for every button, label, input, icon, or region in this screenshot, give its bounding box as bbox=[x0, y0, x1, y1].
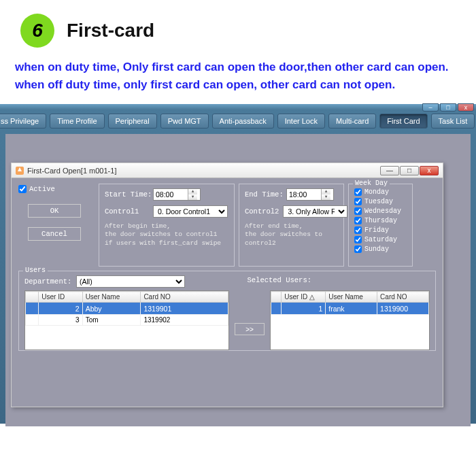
outer-titlebar: – □ x bbox=[0, 104, 476, 109]
weekday-thursday[interactable]: Thursday bbox=[354, 217, 407, 224]
department-label: Department: bbox=[24, 277, 72, 286]
tab-multi-card[interactable]: Multi-card bbox=[328, 114, 376, 129]
start-time-input[interactable]: ▲▼ bbox=[153, 188, 201, 201]
tab-time-profile[interactable]: Time Profile bbox=[50, 114, 104, 129]
page-title: First-card bbox=[67, 20, 154, 41]
control1-select[interactable]: 0. Door Control1 bbox=[153, 205, 228, 218]
tab-task-list[interactable]: Task List bbox=[431, 114, 475, 129]
col-header[interactable]: User ID bbox=[39, 292, 82, 303]
tab-ss-privilege[interactable]: ss Privilege bbox=[0, 114, 46, 129]
desc-line-1: when on duty time, Only first card can o… bbox=[15, 58, 462, 76]
max-button[interactable]: □ bbox=[440, 103, 456, 112]
app-window: – □ x ss PrivilegeTime ProfilePeripheral… bbox=[0, 104, 476, 424]
group1-note: After begin time,the door switches to co… bbox=[105, 222, 228, 248]
group2-note: After end time,the door switches to cont… bbox=[245, 222, 338, 248]
start-group: Start Time: ▲▼ Control1 0. Door Control1… bbox=[99, 184, 235, 267]
table-row[interactable]: 2Abby1319901 bbox=[26, 303, 228, 315]
move-right-button[interactable]: >> bbox=[235, 323, 265, 335]
weekday-tuesday[interactable]: Tuesday bbox=[354, 198, 407, 205]
control1-label: Control1 bbox=[105, 207, 149, 216]
selected-users-label: Selected Users: bbox=[247, 276, 311, 284]
dialog-max-button[interactable]: □ bbox=[400, 166, 419, 175]
cancel-button[interactable]: Cancel bbox=[28, 227, 81, 241]
dialog-min-button[interactable]: — bbox=[380, 166, 399, 175]
first-card-dialog: First-Card Open[1 m001-1] — □ x Active O… bbox=[11, 163, 443, 407]
col-header[interactable]: User Name bbox=[326, 292, 377, 303]
weekday-monday[interactable]: Monday bbox=[354, 188, 407, 196]
control2-label: Control2 bbox=[245, 207, 279, 216]
close-button[interactable]: x bbox=[458, 103, 474, 112]
table-row[interactable]: 1frank1319900 bbox=[271, 303, 429, 315]
tab-anti-passback[interactable]: Anti-passback bbox=[212, 114, 274, 129]
tab-first-card[interactable]: First Card bbox=[379, 114, 427, 129]
start-time-label: Start Time: bbox=[105, 190, 149, 199]
col-header[interactable]: Card NO bbox=[141, 292, 228, 303]
table-row[interactable]: 3Tom1319902 bbox=[26, 315, 228, 326]
col-header[interactable] bbox=[26, 292, 39, 303]
spin-down-icon[interactable]: ▼ bbox=[321, 194, 330, 200]
dialog-titlebar[interactable]: First-Card Open[1 m001-1] — □ x bbox=[12, 163, 443, 178]
weekday-wednesday[interactable]: Wednesday bbox=[354, 207, 407, 215]
spin-down-icon[interactable]: ▼ bbox=[188, 194, 197, 200]
weekday-sunday[interactable]: Sunday bbox=[354, 245, 407, 253]
weekday-saturday[interactable]: Saturday bbox=[354, 236, 407, 243]
dialog-icon bbox=[16, 167, 24, 175]
weekday-legend: Week Day bbox=[353, 180, 390, 187]
tab-pwd-mgt[interactable]: Pwd MGT bbox=[160, 114, 209, 129]
active-checkbox[interactable]: Active bbox=[18, 185, 95, 193]
end-group: End Time: ▲▼ Control2 3. Only Allow Fi: … bbox=[239, 184, 344, 267]
end-time-input[interactable]: ▲▼ bbox=[286, 188, 334, 201]
col-header[interactable]: Card NO bbox=[377, 292, 429, 303]
users-legend: Users bbox=[23, 267, 48, 274]
end-time-label: End Time: bbox=[245, 190, 282, 199]
min-button[interactable]: – bbox=[422, 103, 439, 112]
tab-inter-lock[interactable]: Inter Lock bbox=[277, 114, 325, 129]
spin-up-icon[interactable]: ▲ bbox=[321, 189, 330, 194]
department-select[interactable]: (All) bbox=[76, 275, 185, 288]
dialog-title-text: First-Card Open[1 m001-1] bbox=[27, 167, 116, 175]
weekday-friday[interactable]: Friday bbox=[354, 226, 407, 234]
tab-peripheral[interactable]: Peripheral bbox=[108, 114, 157, 129]
col-header[interactable]: User Name bbox=[82, 292, 141, 303]
ok-button[interactable]: OK bbox=[28, 204, 81, 218]
users-group: Users Department: (All) Selected Users: … bbox=[18, 271, 436, 351]
available-users-table[interactable]: User IDUser NameCard NO2Abby13199013Tom1… bbox=[24, 290, 229, 350]
selected-users-table[interactable]: User ID △User NameCard NO1frank1319900 bbox=[270, 290, 430, 350]
col-header[interactable] bbox=[271, 292, 282, 303]
workspace: First-Card Open[1 m001-1] — □ x Active O… bbox=[5, 134, 471, 426]
weekday-group: Week Day MondayTuesdayWednesdayThursdayF… bbox=[348, 184, 413, 267]
control2-select[interactable]: 3. Only Allow Fi: bbox=[283, 205, 347, 218]
active-label: Active bbox=[29, 185, 55, 193]
dialog-close-button[interactable]: x bbox=[420, 166, 439, 175]
col-header[interactable]: User ID △ bbox=[282, 292, 326, 303]
desc-line-2: when off duty time, only first card can … bbox=[15, 76, 462, 94]
spin-up-icon[interactable]: ▲ bbox=[188, 189, 197, 194]
step-badge: 6 bbox=[20, 14, 54, 48]
